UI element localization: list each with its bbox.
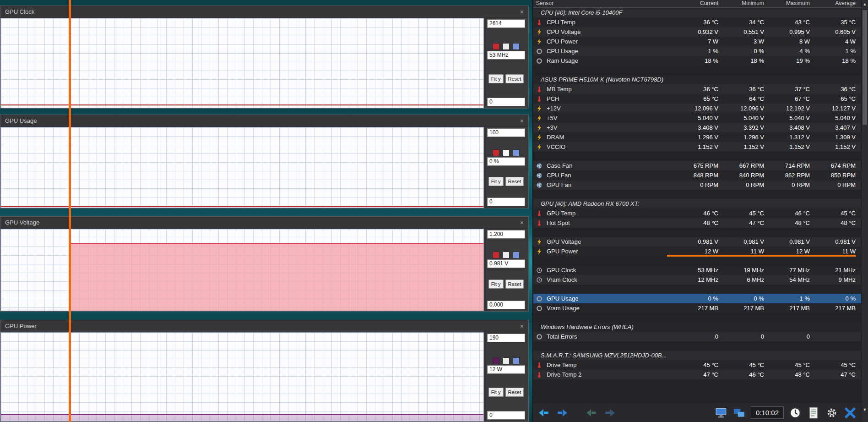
- close-icon[interactable]: ×: [520, 323, 524, 329]
- y-max-field[interactable]: 190: [487, 334, 525, 342]
- graph-titlebar[interactable]: GPU Power ×: [0, 320, 528, 332]
- graph-title: GPU Clock: [5, 8, 34, 15]
- series-color-swatch[interactable]: [493, 357, 499, 364]
- sensor-row[interactable]: PCH65 °C64 °C67 °C65 °C: [533, 94, 861, 104]
- sensor-group-header[interactable]: CPU [#0]: Intel Core i5-10400F: [533, 8, 861, 17]
- sensor-row[interactable]: GPU Voltage0.981 V0.981 V0.981 V0.981 V: [533, 237, 861, 247]
- sensor-row[interactable]: Vram Usage217 MB217 MB217 MB217 MB: [533, 303, 861, 313]
- sensor-value: 11 W: [810, 248, 856, 255]
- sensor-row[interactable]: CPU Usage1 %0 %4 %1 %: [533, 46, 861, 56]
- settings-gear-icon[interactable]: [825, 406, 839, 419]
- history-back-button[interactable]: [537, 406, 551, 419]
- sensor-row[interactable]: +5V5.040 V5.040 V5.040 V5.040 V: [533, 113, 861, 123]
- scrollbar[interactable]: ▲ ▼: [861, 0, 868, 422]
- sensor-row[interactable]: GPU Temp46 °C45 °C46 °C45 °C: [533, 208, 861, 218]
- sensor-row[interactable]: GPU Usage0 %0 %1 %0 %: [533, 294, 861, 303]
- sensor-row[interactable]: GPU Fan0 RPM0 RPM0 RPM0 RPM: [533, 180, 861, 190]
- reset-button[interactable]: Reset: [505, 280, 524, 289]
- close-window-button[interactable]: [843, 406, 857, 419]
- sensor-row[interactable]: CPU Temp36 °C34 °C43 °C35 °C: [533, 17, 861, 27]
- y-max-field[interactable]: 100: [487, 128, 525, 137]
- graph-titlebar[interactable]: GPU Voltage ×: [0, 217, 528, 229]
- column-header-minimum[interactable]: Minimum: [718, 0, 764, 6]
- sensor-row[interactable]: MB Temp36 °C36 °C37 °C36 °C: [533, 84, 861, 94]
- scrollbar-thumb[interactable]: [863, 10, 867, 125]
- series-color-swatch[interactable]: [493, 252, 499, 258]
- column-header-current[interactable]: Current: [673, 0, 718, 6]
- background-color-swatch[interactable]: [503, 43, 510, 50]
- clock-icon[interactable]: [788, 406, 802, 419]
- sensor-row[interactable]: Total Errors000: [533, 332, 861, 341]
- jump-start-button[interactable]: [585, 406, 598, 419]
- sensor-group-header[interactable]: ASUS PRIME H510M-K (Nuvoton NCT6798D): [533, 75, 861, 84]
- column-header-average[interactable]: Average: [810, 0, 856, 6]
- sensor-row[interactable]: VCCIO1.152 V1.152 V1.152 V1.152 V: [533, 142, 861, 152]
- fit-y-button[interactable]: Fit y: [488, 280, 504, 289]
- sensor-row[interactable]: GPU Power12 W11 W12 W11 W: [533, 247, 861, 256]
- reset-button[interactable]: Reset: [505, 74, 524, 83]
- sensor-row[interactable]: Vram Clock12 MHz6 MHz54 MHz9 MHz: [533, 275, 861, 285]
- sensor-row[interactable]: DRAM1.296 V1.296 V1.312 V1.309 V: [533, 132, 861, 142]
- y-min-field[interactable]: 0: [487, 98, 525, 106]
- sensor-row[interactable]: Case Fan675 RPM667 RPM714 RPM674 RPM: [533, 161, 861, 170]
- grid-color-swatch[interactable]: [513, 252, 520, 258]
- sensor-value: 1 %: [673, 48, 718, 55]
- close-icon[interactable]: ×: [520, 9, 524, 15]
- reset-button[interactable]: Reset: [505, 388, 524, 397]
- close-icon[interactable]: ×: [520, 118, 524, 124]
- sensor-value: 217 MB: [673, 305, 718, 312]
- sensor-group-header[interactable]: S.M.A.R.T.: SAMSUNG MZVL2512HDJD-00B...: [533, 351, 861, 360]
- fit-y-button[interactable]: Fit y: [488, 74, 504, 83]
- sensor-row[interactable]: GPU Clock53 MHz19 MHz77 MHz21 MHz: [533, 265, 861, 275]
- jump-end-button[interactable]: [603, 406, 617, 419]
- fit-y-button[interactable]: Fit y: [488, 388, 504, 397]
- column-header-sensor[interactable]: Sensor: [536, 0, 673, 6]
- series-color-swatch[interactable]: [493, 43, 499, 50]
- background-color-swatch[interactable]: [503, 357, 510, 364]
- fit-y-button[interactable]: Fit y: [488, 177, 504, 186]
- sensor-group-header[interactable]: GPU [#0]: AMD Radeon RX 6700 XT:: [533, 199, 861, 208]
- graph-panel-gpu-power: GPU Power × 190 12 W Fit y Rese: [0, 320, 529, 422]
- y-min-field[interactable]: 0: [487, 411, 525, 420]
- sensor-value: 7 W: [673, 38, 718, 45]
- sensor-value: 18 %: [673, 57, 718, 64]
- sensor-group-header[interactable]: Windows Hardware Errors (WHEA): [533, 322, 861, 332]
- main-window-button[interactable]: [714, 406, 728, 419]
- y-max-field[interactable]: 1.200: [487, 230, 525, 239]
- sensor-row[interactable]: Ram Usage18 %18 %19 %18 %: [533, 56, 861, 66]
- y-min-field[interactable]: 0: [487, 197, 525, 206]
- gauge-icon: [536, 48, 542, 55]
- sensor-value: 0.995 V: [764, 28, 810, 35]
- series-color-swatch[interactable]: [493, 149, 499, 156]
- remote-monitor-button[interactable]: [732, 406, 746, 419]
- sensor-row[interactable]: CPU Fan848 RPM840 RPM862 RPM850 RPM: [533, 170, 861, 180]
- sensor-row[interactable]: Hot Spot48 °C47 °C48 °C48 °C: [533, 218, 861, 228]
- graph-titlebar[interactable]: GPU Clock ×: [0, 6, 528, 18]
- background-color-swatch[interactable]: [503, 252, 510, 258]
- y-min-field[interactable]: 0.000: [487, 301, 525, 309]
- sensor-row[interactable]: CPU Voltage0.932 V0.551 V0.995 V0.605 V: [533, 27, 861, 37]
- close-icon[interactable]: ×: [520, 219, 524, 226]
- sensor-label: Vram Clock: [547, 276, 673, 283]
- grid-color-swatch[interactable]: [513, 357, 520, 364]
- sensor-label: CPU Usage: [547, 48, 673, 55]
- graph-sidebar: 1.200 0.981 V Fit y Reset 0.000: [484, 229, 528, 311]
- sensor-value: 36 °C: [810, 86, 856, 93]
- grid-color-swatch[interactable]: [513, 149, 520, 156]
- grid-color-swatch[interactable]: [513, 43, 520, 50]
- sensor-value: 5.040 V: [764, 115, 810, 121]
- graph-titlebar[interactable]: GPU Usage ×: [0, 115, 528, 127]
- reset-button[interactable]: Reset: [505, 177, 524, 186]
- y-max-field[interactable]: 2614: [487, 19, 525, 28]
- background-color-swatch[interactable]: [503, 149, 510, 156]
- report-icon[interactable]: [807, 406, 820, 419]
- sensor-row[interactable]: Drive Temp 247 °C46 °C48 °C47 °C: [533, 370, 861, 379]
- scroll-down-icon[interactable]: ▼: [862, 406, 868, 413]
- history-forward-button[interactable]: [555, 406, 569, 419]
- sensor-row[interactable]: +3V3.408 V3.392 V3.408 V3.407 V: [533, 123, 861, 132]
- sensor-row[interactable]: Drive Temp45 °C45 °C45 °C45 °C: [533, 360, 861, 370]
- sensor-row[interactable]: +12V12.096 V12.096 V12.192 V12.127 V: [533, 104, 861, 113]
- scroll-up-icon[interactable]: ▲: [862, 1, 868, 7]
- column-header-maximum[interactable]: Maximum: [764, 0, 810, 6]
- sensor-row[interactable]: CPU Power7 W3 W8 W4 W: [533, 37, 861, 46]
